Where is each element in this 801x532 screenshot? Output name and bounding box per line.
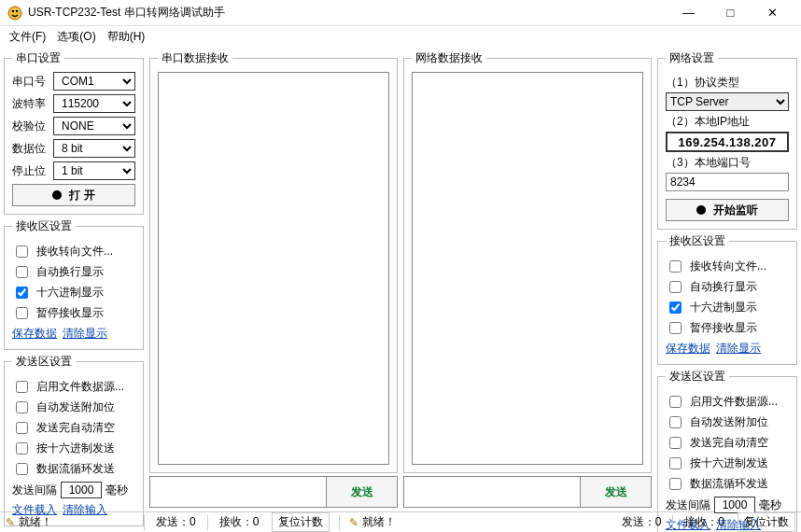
net-auto-append-checkbox[interactable]	[669, 416, 682, 428]
baud-label: 波特率	[12, 96, 49, 112]
port-label: （3）本地端口号	[666, 155, 789, 171]
statusbar: ✎就绪！ 发送：0 接收：0 复位计数 ✎就绪！ 发送：0 接收：0 复位计数	[0, 511, 801, 532]
serial-send-count: 0	[190, 515, 196, 528]
net-pause-recv-checkbox[interactable]	[669, 322, 682, 334]
stopbits-select[interactable]: 1 bit	[53, 161, 135, 180]
minimize-button[interactable]: —	[668, 0, 710, 26]
net-clear-after-checkbox[interactable]	[669, 437, 682, 449]
titlebar: USR-TCP232-Test 串口转网络调试助手 — □ ✕	[0, 0, 801, 26]
svg-point-1	[12, 9, 14, 11]
close-button[interactable]: ✕	[752, 0, 794, 26]
parity-label: 校验位	[12, 119, 49, 134]
start-listen-button[interactable]: 开始监听	[666, 199, 789, 221]
menu-options[interactable]: 选项(O)	[51, 27, 101, 47]
listen-dot-icon	[696, 205, 706, 215]
serial-send-input[interactable]	[149, 476, 327, 508]
send-area-group-right: 发送区设置 启用文件数据源... 自动发送附加位 发送完自动清空 按十六进制发送…	[657, 369, 797, 532]
net-file-source-checkbox[interactable]	[669, 396, 682, 408]
loop-send-checkbox[interactable]	[16, 463, 28, 475]
serial-settings-legend: 串口设置	[12, 50, 64, 66]
app-icon	[7, 6, 22, 21]
net-recv-pane: 网络数据接收	[403, 50, 652, 473]
net-hex-display-checkbox[interactable]	[669, 301, 682, 314]
recv-to-file-checkbox[interactable]	[16, 245, 28, 258]
hex-display-checkbox[interactable]	[16, 287, 28, 299]
net-clear-display-link[interactable]: 清除显示	[716, 342, 761, 355]
net-loop-send-checkbox[interactable]	[669, 478, 682, 490]
net-auto-wrap-checkbox[interactable]	[669, 281, 682, 293]
menu-file[interactable]: 文件(F)	[4, 27, 51, 47]
hex-send-checkbox[interactable]	[16, 442, 28, 455]
menubar: 文件(F) 选项(O) 帮助(H)	[0, 26, 801, 47]
serial-recv-textarea[interactable]	[158, 72, 389, 465]
parity-select[interactable]: NONE	[53, 117, 135, 135]
recv-area-group-right: 接收区设置 接收转向文件... 自动换行显示 十六进制显示 暂停接收显示 保存数…	[657, 233, 797, 365]
ready-label: 就绪！	[19, 514, 52, 530]
ip-label: （2）本地IP地址	[666, 114, 789, 130]
send-area-group-left: 发送区设置 启用文件数据源... 自动发送附加位 发送完自动清空 按十六进制发送…	[4, 354, 144, 526]
databits-select[interactable]: 8 bit	[53, 139, 135, 158]
net-recv-textarea[interactable]	[412, 72, 643, 465]
svg-point-2	[16, 9, 18, 11]
serial-recv-count: 0	[253, 515, 260, 528]
serial-settings-group: 串口设置 串口号COM1 波特率115200 校验位NONE 数据位8 bit …	[4, 50, 144, 215]
network-settings-group: 网络设置 （1）协议类型 TCP Server （2）本地IP地址 169.25…	[657, 50, 797, 230]
stopbits-label: 停止位	[12, 163, 49, 179]
pause-recv-checkbox[interactable]	[16, 307, 28, 319]
net-send-interval-input[interactable]	[714, 497, 755, 513]
serial-reset-count-button[interactable]: 复位计数	[272, 512, 330, 532]
net-send-input[interactable]	[403, 476, 581, 508]
baud-select[interactable]: 115200	[53, 94, 135, 113]
recv-area-group-left: 接收区设置 接收转向文件... 自动换行显示 十六进制显示 暂停接收显示 保存数…	[4, 218, 144, 350]
serial-port-label: 串口号	[12, 74, 49, 90]
pencil-icon: ✎	[6, 516, 15, 529]
protocol-label: （1）协议类型	[666, 75, 789, 91]
serial-port-select[interactable]: COM1	[53, 72, 135, 91]
auto-wrap-checkbox[interactable]	[16, 266, 28, 278]
net-send-count: 0	[655, 515, 662, 528]
serial-send-button[interactable]: 发送	[327, 476, 398, 508]
serial-recv-pane: 串口数据接收	[149, 50, 398, 473]
net-hex-send-checkbox[interactable]	[669, 457, 682, 469]
pencil-icon: ✎	[349, 516, 358, 529]
file-source-checkbox[interactable]	[16, 381, 28, 393]
open-serial-button[interactable]: 打 开	[12, 184, 135, 206]
net-reset-count-button[interactable]: 复位计数	[738, 512, 795, 532]
clear-after-checkbox[interactable]	[16, 422, 28, 434]
protocol-select[interactable]: TCP Server	[666, 92, 789, 111]
local-ip-input[interactable]: 169.254.138.207	[666, 132, 789, 152]
maximize-button[interactable]: □	[710, 0, 752, 26]
status-dot-icon	[52, 190, 62, 200]
auto-append-checkbox[interactable]	[16, 401, 28, 413]
save-data-link[interactable]: 保存数据	[12, 327, 57, 340]
net-send-button[interactable]: 发送	[581, 476, 652, 508]
send-interval-input[interactable]	[61, 482, 102, 498]
clear-display-link[interactable]: 清除显示	[63, 327, 107, 340]
net-save-data-link[interactable]: 保存数据	[666, 342, 710, 355]
net-recv-count: 0	[718, 515, 724, 528]
net-recv-to-file-checkbox[interactable]	[669, 260, 682, 273]
local-port-input[interactable]	[666, 173, 789, 191]
window-title: USR-TCP232-Test 串口转网络调试助手	[28, 5, 668, 21]
svg-point-0	[8, 7, 21, 20]
menu-help[interactable]: 帮助(H)	[102, 27, 151, 47]
databits-label: 数据位	[12, 141, 49, 157]
